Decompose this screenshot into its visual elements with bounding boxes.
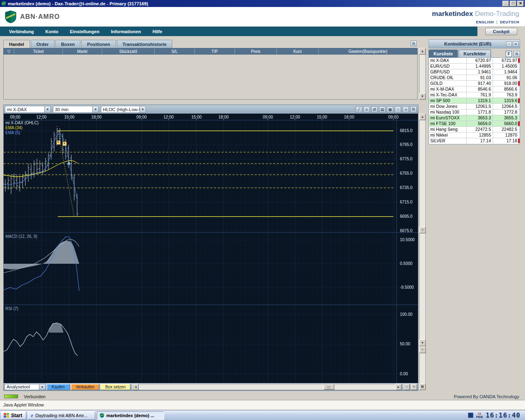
quote-bid: 761.9 <box>467 92 493 98</box>
detach-icon[interactable]: ⧉ <box>513 41 518 47</box>
tray-month: FEB <box>476 415 483 419</box>
windows-logo-icon <box>3 413 9 418</box>
tray-app-icon[interactable] <box>468 413 473 418</box>
detach-chart-icon[interactable]: ⧉ <box>410 106 417 113</box>
start-button[interactable]: Start <box>1 411 26 420</box>
interval-select[interactable]: 30 min ▼ <box>53 106 99 113</box>
scroll-left-icon[interactable]: ◄ <box>132 384 139 390</box>
svg-text:15:00: 15:00 <box>317 115 327 119</box>
trade-grid-body[interactable] <box>3 55 418 100</box>
chart-toolbar: mi X-DAX ▼ 30 min ▼ HLOC (High-Low-Op ▼ … <box>4 105 418 114</box>
clock-quarter-icon[interactable]: ◔ <box>395 106 401 113</box>
chevron-down-icon[interactable]: ▼ <box>92 106 98 112</box>
symbol-select[interactable]: mi X-DAX ▼ <box>5 106 51 113</box>
restore-icon[interactable]: □ <box>506 41 512 47</box>
quote-row-mi-hang-seng[interactable]: mi Hang Seng22472.522482.5 <box>429 127 520 132</box>
quote-row-mi-x-m-dax[interactable]: mi X-M-DAX8546.68566.6 <box>429 87 520 92</box>
scroll-thumb[interactable]: ||| <box>324 384 334 390</box>
scroll-down-icon[interactable]: ▼ <box>419 93 426 100</box>
quote-row-mi-dow-jones[interactable]: mi Dow Jones12061.512064.5 <box>429 104 520 110</box>
indicator-icon[interactable]: Ø <box>371 106 378 113</box>
svg-text:EMA (34): EMA (34) <box>5 126 23 130</box>
zoom-in-icon[interactable]: + <box>411 384 417 390</box>
scroll-track[interactable] <box>419 48 426 100</box>
column-header-st-ckzahl[interactable]: Stückzahl <box>102 48 155 54</box>
quote-name: mi EuroSTOXX <box>429 115 467 121</box>
clock-half-icon[interactable]: ◑ <box>402 106 409 113</box>
tab-handel[interactable]: Handel <box>3 40 30 48</box>
trade-table-scrollbar[interactable]: ▲ ▼ <box>419 48 426 100</box>
scroll-track[interactable]: ||| <box>139 384 395 390</box>
quote-row-mi-ftse-100[interactable]: mi FTSE 1005659.05660.0 <box>429 121 520 127</box>
quote-ask: 91.06 <box>493 75 520 80</box>
taskbar-item-marketindex[interactable]: marketindex (demo) ... <box>97 411 164 420</box>
draw-hline-icon[interactable]: ≡ <box>363 106 370 113</box>
maximize-icon[interactable]: □ <box>510 1 516 7</box>
quote-row-mi-nikkei[interactable]: mi Nikkei1285512870 <box>429 132 520 138</box>
quote-row-eur-usd[interactable]: EUR/USD1.449951.45005 <box>429 64 520 69</box>
lang-english-link[interactable]: ENGLISH <box>476 20 494 24</box>
column-header-s-l[interactable]: S/L <box>155 48 195 54</box>
menu-item-verbindung[interactable]: Verbindung <box>3 27 40 36</box>
column-header-markt[interactable]: Markt <box>63 48 102 54</box>
panel-splitter-handle[interactable]: ≡ <box>419 227 426 233</box>
menu-item-konto[interactable]: Konto <box>40 27 64 36</box>
chevron-down-icon[interactable]: ▼ <box>139 106 146 112</box>
tab-order[interactable]: Order <box>31 40 55 48</box>
sidebar-detach-icon[interactable]: ⧉ <box>514 51 520 57</box>
svg-text:6755.0: 6755.0 <box>400 171 413 176</box>
chart-vscrollbar[interactable]: ▲ ≡ ▼ + R <box>419 114 426 390</box>
window-titlebar[interactable]: marketindex (demo) - Dax-Trader@t-online… <box>0 0 525 7</box>
quote-row-mi-nasdaq-100[interactable]: mi Nasdaq 1001771.81772.8 <box>429 110 520 115</box>
quote-name: mi Dow Jones <box>429 104 467 109</box>
taskbar-item-browser[interactable]: e Daytrading mit ABN Amr... <box>28 411 95 420</box>
tab-positionen[interactable]: Positionen <box>81 40 116 48</box>
f-button[interactable]: F <box>506 51 512 57</box>
quote-row-mi-x-dax[interactable]: mi X-DAX6720.976721.97 <box>429 58 520 64</box>
column-header-kurs[interactable]: Kurs <box>277 48 319 54</box>
chevron-down-icon[interactable]: ▼ <box>44 106 50 112</box>
quote-row-gbp-usd[interactable]: GBP/USD1.94611.9464 <box>429 69 520 75</box>
scroll-up-icon[interactable]: ▲ <box>419 48 426 55</box>
trade-detach-icon[interactable]: ⧉ <box>411 41 417 46</box>
lang-deutsch-link[interactable]: DEUTSCH <box>500 20 519 24</box>
cockpit-button[interactable]: Cockpit <box>485 28 517 35</box>
column-header-t-p[interactable]: T/P <box>195 48 235 54</box>
tab-boxen[interactable]: Boxen <box>55 40 81 48</box>
tab-kursliste[interactable]: Kursliste <box>429 50 458 57</box>
grid-large-icon[interactable]: ▦ <box>387 106 393 113</box>
scroll-up-icon[interactable]: ▲ <box>419 114 426 120</box>
sell-button[interactable]: Verkaufen <box>71 384 99 390</box>
tab-transaktionshistorie[interactable]: Transaktionshistorie <box>117 40 173 48</box>
quote-row-mi-eurostoxx[interactable]: mi EuroSTOXX3653.33655.3 <box>429 115 520 121</box>
zoom-out-icon[interactable]: − <box>404 384 410 390</box>
quote-row-mi-sp-500[interactable]: mi SP 5001319.11319.6 <box>429 98 520 104</box>
chevron-down-icon[interactable]: ▼ <box>39 384 45 390</box>
quote-row-crude-oil[interactable]: CRUDE OIL91.0391.06 <box>429 75 520 81</box>
price-chart[interactable]: 09:0012:0015:0018:0009:0012:0015:0018:00… <box>4 114 418 383</box>
buy-button[interactable]: Kaufen <box>47 384 70 390</box>
reset-button[interactable]: R <box>419 383 426 390</box>
quote-row-mi-x-tec-dax[interactable]: mi X-Tec-DAX761.9763.9 <box>429 92 520 98</box>
chart-hscrollbar[interactable]: ◄ ||| ► <box>132 384 402 390</box>
column-header-gewinn-basispunkte[interactable]: Gewinn(Basispunkte) <box>319 48 417 54</box>
quote-row-gold[interactable]: GOLD917.40918.00 <box>429 81 520 87</box>
filter-icon[interactable]: ▽ <box>4 48 14 54</box>
menu-item-informationen[interactable]: Informationen <box>105 27 146 36</box>
scroll-right-icon[interactable]: ► <box>395 384 402 390</box>
close-icon[interactable]: ✕ <box>517 1 524 7</box>
tab-kursfelder[interactable]: Kursfelder <box>459 50 491 57</box>
column-header-ticket[interactable]: Ticket <box>14 48 63 54</box>
grid-small-icon[interactable]: ▤ <box>379 106 386 113</box>
draw-trendline-icon[interactable]: ╱ <box>356 106 362 113</box>
zoom-in-icon[interactable]: + <box>419 347 426 353</box>
analysetool-select[interactable]: Analysetool ▼ <box>5 384 46 390</box>
menu-item-hilfe[interactable]: Hilfe <box>147 27 168 36</box>
quote-row-silver[interactable]: SILVER17.1417.18 <box>429 138 520 144</box>
scroll-down-icon[interactable]: ▼ <box>419 340 426 346</box>
column-header-preis[interactable]: Preis <box>235 48 277 54</box>
menu-item-einstellungen[interactable]: Einstellungen <box>64 27 105 36</box>
minimize-icon[interactable]: _ <box>502 1 509 7</box>
box-setzen-button[interactable]: Box setzen <box>100 384 130 390</box>
chart-type-select[interactable]: HLOC (High-Low-Op ▼ <box>101 106 146 113</box>
